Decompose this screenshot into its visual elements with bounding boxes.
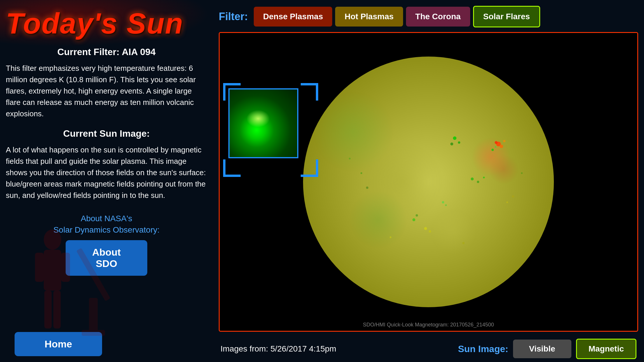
svg-point-31 [506, 201, 508, 203]
svg-point-16 [483, 177, 485, 178]
sun-image-controls: Sun Image: Visible Magnetic [458, 339, 636, 359]
current-image-label: Current Sun Image: [6, 128, 207, 139]
bracket-corner-tr [301, 83, 318, 101]
svg-point-33 [521, 172, 523, 174]
sun-circle [303, 57, 554, 307]
svg-rect-2 [35, 253, 44, 282]
svg-rect-1 [44, 250, 61, 291]
svg-point-10 [458, 141, 460, 144]
svg-point-14 [471, 178, 474, 180]
current-filter-label: Current Filter: AIA 094 [6, 47, 207, 57]
svg-point-15 [477, 181, 479, 183]
bracket-corner-bl [223, 159, 241, 177]
svg-point-20 [416, 214, 418, 217]
bottom-bar: Images from: 5/26/2017 4:15pm Sun Image:… [219, 335, 638, 359]
svg-rect-8 [82, 330, 105, 336]
svg-point-27 [462, 242, 465, 244]
svg-point-11 [450, 143, 453, 145]
sun-image-area: SDO/HMI Quick-Look Magnetogram: 20170526… [220, 33, 637, 331]
svg-point-34 [349, 158, 351, 159]
svg-point-13 [495, 146, 496, 148]
svg-rect-4 [44, 291, 52, 328]
filter-button-solar-flares[interactable]: Solar Flares [473, 6, 540, 27]
image-type-visible-button[interactable]: Visible [513, 340, 571, 358]
svg-point-32 [512, 195, 514, 198]
svg-point-0 [44, 229, 61, 250]
svg-point-19 [412, 218, 415, 221]
left-panel: Today's Sun Current Filter: AIA 094 This… [0, 0, 216, 362]
svg-point-28 [390, 236, 391, 238]
svg-point-29 [360, 172, 362, 174]
image-type-magnetic-button[interactable]: Magnetic [576, 339, 636, 359]
svg-point-18 [445, 204, 447, 206]
svg-point-23 [495, 141, 498, 144]
bracket-corner-br [301, 159, 318, 177]
svg-rect-7 [89, 298, 98, 333]
svg-point-9 [453, 136, 456, 140]
image-description: A lot of what happens on the sun is cont… [6, 144, 207, 201]
filter-button-the-corona[interactable]: The Corona [406, 7, 470, 27]
image-credit: SDO/HMI Quick-Look Magnetogram: 20170526… [363, 322, 494, 328]
svg-point-30 [366, 187, 368, 189]
filter-button-hot-plasmas[interactable]: Hot Plasmas [335, 7, 403, 27]
right-panel: Filter: Dense Plasmas Hot Plasmas The Co… [216, 0, 644, 362]
svg-point-17 [442, 201, 444, 203]
svg-rect-6 [76, 248, 110, 301]
sun-image-container: SDO/HMI Quick-Look Magnetogram: 20170526… [219, 32, 638, 332]
svg-point-25 [424, 227, 427, 230]
sun-image-type-label: Sun Image: [458, 344, 508, 354]
svg-point-22 [500, 145, 503, 148]
images-from-label: Images from: 5/26/2017 4:15pm [220, 344, 336, 354]
filter-bar: Filter: Dense Plasmas Hot Plasmas The Co… [219, 6, 638, 27]
svg-rect-5 [53, 291, 61, 328]
filter-description: This filter emphasizes very high tempera… [6, 63, 207, 120]
svg-point-24 [503, 140, 505, 142]
bracket-corner-tl [223, 83, 241, 101]
svg-point-26 [429, 230, 431, 233]
filter-label: Filter: [219, 10, 248, 23]
filter-button-dense-plasmas[interactable]: Dense Plasmas [254, 7, 332, 27]
page-title: Today's Sun [6, 9, 207, 38]
svg-point-12 [491, 149, 494, 151]
